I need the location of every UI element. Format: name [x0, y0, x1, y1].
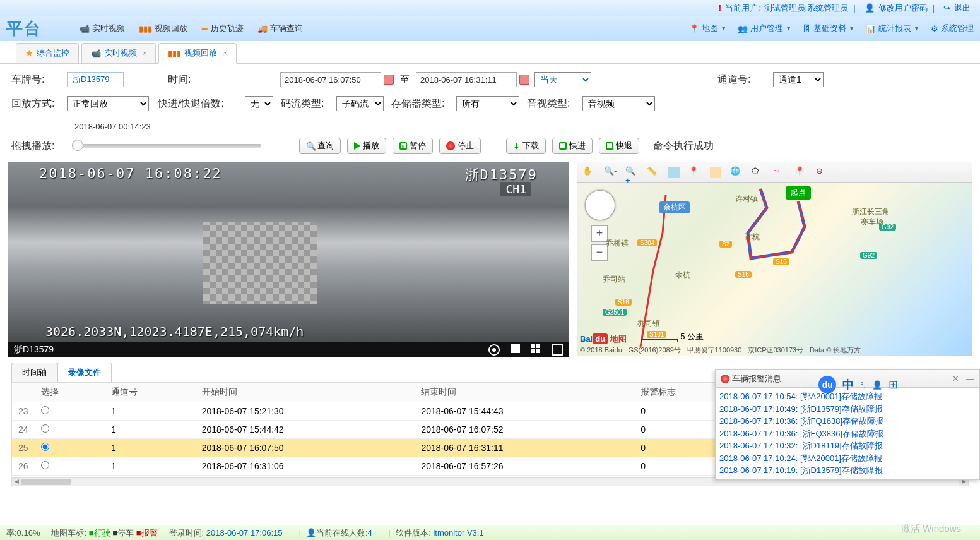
zoom-out-icon[interactable]: 🔍-: [604, 166, 617, 179]
ime-grid-icon[interactable]: ⊞: [888, 378, 898, 392]
ime-dot-icon[interactable]: °,: [860, 380, 866, 390]
tab-realtime[interactable]: 📹实时视频×: [81, 43, 156, 63]
note-icon[interactable]: [668, 167, 680, 178]
av-select[interactable]: 音视频: [582, 96, 655, 111]
grid-icon[interactable]: [531, 344, 540, 353]
storage-select[interactable]: 所有: [456, 96, 519, 111]
stop-button[interactable]: 停止: [439, 138, 481, 154]
map-label-qz: 乔桥镇: [606, 238, 629, 249]
row-select-radio[interactable]: [41, 461, 49, 469]
rewind-button[interactable]: 快退: [599, 138, 639, 154]
map-nav-compass[interactable]: [585, 190, 615, 220]
road-g92b: G92: [860, 252, 877, 259]
calendar-icon[interactable]: [519, 75, 529, 85]
channel-select[interactable]: 通道1: [773, 72, 824, 87]
map-label-xucun: 许村镇: [735, 194, 758, 205]
globe-icon[interactable]: 🌐: [730, 166, 743, 179]
video-label: 浙D13579: [14, 344, 54, 356]
ruler-icon[interactable]: 📏: [647, 166, 659, 179]
alarm-line[interactable]: 2018-06-07 17:10:19: [浙D13579]存储故障报: [719, 464, 976, 477]
alarm-close-icon[interactable]: ✕ —: [952, 374, 974, 383]
ime-person-icon[interactable]: 👤: [872, 380, 882, 390]
right-menu: 📍地图▼ 👥用户管理▼ 🗄基础资料▼ 📊统计报表▼ ⚙系统管理: [689, 23, 974, 34]
tab-files[interactable]: 录像文件: [57, 363, 112, 382]
fast-forward-button[interactable]: 快进: [552, 138, 593, 154]
map-view[interactable]: + − 起点 余杭区 许村镇 浙江长三角 赛车场 乔司镇 乔司站 余杭 许杭 乔…: [577, 183, 972, 356]
map-toolbar: ✋ 🔍- 🔍+ 📏 📍 🌐 ⬠ ⤳ 📍 ⊖: [577, 162, 972, 183]
time-start-input[interactable]: [280, 72, 381, 87]
alarm-line[interactable]: 2018-06-07 17:10:36: [浙FQ1638]存储故障报: [719, 415, 976, 428]
drag-slider[interactable]: [72, 144, 261, 148]
playback-mode-select[interactable]: 正常回放: [67, 96, 149, 111]
hand-icon[interactable]: ✋: [582, 166, 595, 179]
time-end-input[interactable]: [416, 72, 517, 87]
du-icon[interactable]: du: [818, 376, 836, 393]
main-header: 平台 📹实时视频 ▮▮▮视频回放 ➦历史轨迹 🚚车辆查询 📍地图▼ 👥用户管理▼…: [0, 16, 980, 41]
menu-video-playback[interactable]: ▮▮▮视频回放: [139, 23, 187, 34]
video-view[interactable]: 2018-06-07 16:08:22 浙D13579 CH1 3026.203…: [8, 162, 569, 342]
row-select-radio[interactable]: [41, 443, 49, 451]
tab-monitor[interactable]: ★综合监控: [16, 43, 79, 63]
star-icon: ★: [25, 48, 33, 58]
road-s304: S304: [637, 239, 657, 246]
download-button[interactable]: ⬇下载: [506, 138, 546, 154]
download-icon: ⬇: [513, 141, 520, 151]
row-select-radio[interactable]: [41, 406, 49, 414]
polygon-icon[interactable]: ⬠: [752, 166, 764, 179]
search-button[interactable]: 🔍查询: [299, 138, 341, 154]
menu-vehicle-query[interactable]: 🚚车辆查询: [257, 23, 303, 34]
change-password-link[interactable]: 修改用户密码: [878, 3, 928, 14]
plate-input[interactable]: [67, 72, 124, 87]
row-select-radio[interactable]: [41, 424, 49, 433]
arrow-icon: ➦: [201, 24, 208, 33]
time-to: 至: [400, 74, 410, 86]
alarm-line[interactable]: 2018-06-07 17:10:36: [浙FQ3836]存储故障报: [719, 428, 976, 440]
speed-select[interactable]: 无: [245, 96, 273, 111]
fullscreen-icon[interactable]: [552, 344, 563, 356]
tab-timeline[interactable]: 时间轴: [11, 363, 57, 382]
av-label: 音视类型:: [527, 97, 577, 111]
logout-link[interactable]: 退出: [954, 3, 971, 14]
ime-zhong[interactable]: 中: [842, 377, 854, 392]
scroll-left-icon[interactable]: ◀: [12, 478, 21, 486]
pause-button[interactable]: 暂停: [393, 138, 433, 154]
slider-thumb[interactable]: [72, 140, 83, 151]
map-label-zj: 浙江长三角: [852, 207, 890, 217]
menu-stats[interactable]: 📊统计报表▼: [866, 23, 919, 34]
play-button[interactable]: 播放: [347, 138, 386, 154]
menu-history-track[interactable]: ➦历史轨迹: [201, 23, 244, 34]
bars-icon: ▮▮▮: [139, 24, 152, 33]
menu-base-data[interactable]: 🗄基础资料▼: [803, 23, 854, 34]
calendar-icon[interactable]: [384, 75, 394, 85]
menu-sys-mgmt[interactable]: ⚙系统管理: [931, 23, 974, 34]
stream-select[interactable]: 子码流: [336, 96, 384, 111]
storage-label: 存储器类型:: [391, 97, 451, 111]
tab-playback[interactable]: ▮▮▮视频回放×: [158, 43, 236, 64]
time-preset-select[interactable]: 当天: [534, 72, 591, 87]
scroll-thumb[interactable]: [21, 479, 71, 485]
alarm-line[interactable]: 2018-06-07 17:10:32: [浙D18119]存储故障报: [719, 440, 976, 452]
pin-red-icon[interactable]: 📍: [688, 166, 701, 179]
close-icon[interactable]: ×: [223, 49, 227, 57]
time-label: 时间:: [168, 73, 218, 87]
ff-icon: [559, 142, 567, 150]
area-icon[interactable]: [710, 167, 721, 178]
stop-video-icon[interactable]: [511, 344, 520, 353]
map-copyright: © 2018 Baidu - GS(2016)2089号 - 甲测资字11009…: [580, 345, 969, 355]
alarm-line[interactable]: 2018-06-07 17:10:49: [浙D13579]存储故障报: [719, 403, 976, 416]
menu-realtime-video[interactable]: 📹实时视频: [80, 23, 125, 34]
menu-map[interactable]: 📍地图▼: [689, 23, 726, 34]
video-channel: CH1: [500, 182, 531, 196]
menu-user-mgmt[interactable]: 👥用户管理▼: [738, 23, 791, 34]
close-icon[interactable]: ×: [143, 49, 146, 57]
filter-form: 车牌号: 时间: 至 当天 通道号: 通道1 回放方式: 正常回放 快进/快退倍…: [0, 64, 980, 122]
snapshot-icon[interactable]: [488, 344, 500, 356]
marker-icon[interactable]: 📍: [794, 166, 807, 179]
clear-icon[interactable]: ⊖: [816, 166, 829, 179]
map-city-yuhang: 余杭区: [659, 201, 690, 213]
alarm-line[interactable]: 2018-06-07 17:10:24: [鄂A20001]存储故障报: [719, 452, 976, 465]
plate-label: 车牌号:: [11, 73, 62, 87]
route-icon[interactable]: ⤳: [773, 166, 786, 179]
zoom-in-icon[interactable]: 🔍+: [625, 166, 638, 179]
pause-icon: [399, 142, 407, 150]
